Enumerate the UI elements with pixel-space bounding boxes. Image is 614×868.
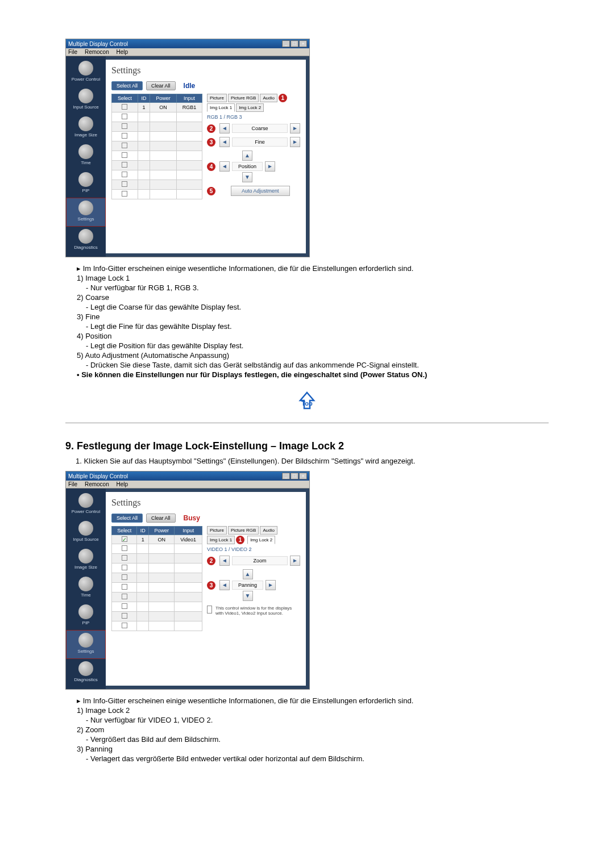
tab-img-lock-2[interactable]: Img Lock 2 <box>247 536 275 544</box>
table-row[interactable] <box>112 612 202 621</box>
sidebar-item-power-control[interactable]: Power Control <box>66 59 106 86</box>
sidebar-item-settings[interactable]: Settings <box>66 198 106 227</box>
callout-3: 3 <box>207 138 215 147</box>
checkbox[interactable] <box>122 143 127 148</box>
sidebar-item-image-size[interactable]: Image Size <box>66 114 106 142</box>
menu-remocon[interactable]: Remocon <box>85 49 109 55</box>
position-up[interactable]: ▲ <box>242 151 252 161</box>
table-row[interactable]: 1ONRGB1 <box>112 103 202 112</box>
tab-picture[interactable]: Picture <box>207 526 227 535</box>
table-row[interactable]: 1ONVideo1 <box>112 535 202 544</box>
checkbox[interactable] <box>122 594 127 599</box>
table-row[interactable] <box>112 602 202 612</box>
table-row[interactable] <box>112 190 202 199</box>
sidebar-item-time[interactable]: Time <box>66 142 106 170</box>
checkbox[interactable] <box>122 555 127 561</box>
sidebar-item-diagnostics[interactable]: Diagnostics <box>66 227 106 254</box>
fine-increase[interactable]: ► <box>290 137 300 147</box>
sidebar-item-image-size[interactable]: Image Size <box>66 546 106 574</box>
table-row[interactable] <box>112 141 202 151</box>
checkbox[interactable] <box>122 162 127 168</box>
tab-img-lock-1[interactable]: Img Lock 1 <box>207 103 235 112</box>
sidebar-item-input-source[interactable]: Input Source <box>66 86 106 114</box>
close-icon[interactable]: × <box>299 40 307 47</box>
checkbox[interactable] <box>122 133 127 139</box>
auto-adjustment-button[interactable]: Auto Adjustment <box>231 186 290 196</box>
select-all-button[interactable]: Select All <box>111 81 143 90</box>
checkbox[interactable] <box>122 613 127 619</box>
sidebar-item-power-control[interactable]: Power Control <box>66 491 106 519</box>
window-buttons: _ □ × <box>282 473 307 479</box>
sidebar-item-time[interactable]: Time <box>66 574 106 602</box>
checkbox[interactable] <box>122 574 127 580</box>
checkbox[interactable] <box>122 104 127 110</box>
zoom-decrease[interactable]: ◄ <box>219 556 230 566</box>
position-right[interactable]: ► <box>265 161 275 172</box>
checkbox[interactable] <box>122 603 127 609</box>
checkbox[interactable] <box>122 191 127 197</box>
checkbox[interactable] <box>122 152 127 158</box>
tab-audio[interactable]: Audio <box>260 526 277 535</box>
menu-file[interactable]: File <box>68 49 77 55</box>
top-link[interactable]: Top <box>65 390 549 415</box>
checkbox[interactable] <box>122 565 127 570</box>
close-icon[interactable]: × <box>299 473 307 479</box>
tab-audio[interactable]: Audio <box>260 94 277 102</box>
sidebar-item-pip[interactable]: PIP <box>66 170 106 198</box>
checkbox[interactable] <box>122 114 127 119</box>
table-row[interactable] <box>112 170 202 180</box>
checkbox[interactable] <box>122 123 127 129</box>
table-row[interactable] <box>112 122 202 132</box>
panning-right[interactable]: ► <box>265 580 276 590</box>
checkbox[interactable] <box>122 545 127 551</box>
table-row[interactable] <box>112 621 202 631</box>
zoom-increase[interactable]: ► <box>290 556 300 566</box>
table-row[interactable] <box>112 180 202 190</box>
maximize-icon[interactable]: □ <box>291 40 298 47</box>
table-row[interactable] <box>112 583 202 592</box>
sidebar-item-pip[interactable]: PIP <box>66 602 106 630</box>
checkbox[interactable] <box>122 172 127 177</box>
minimize-icon[interactable]: _ <box>282 473 290 479</box>
table-row[interactable] <box>112 564 202 573</box>
menu-help[interactable]: Help <box>117 481 128 487</box>
sidebar-item-diagnostics[interactable]: Diagnostics <box>66 659 106 687</box>
menu-help[interactable]: Help <box>117 49 128 55</box>
minimize-icon[interactable]: _ <box>282 40 290 47</box>
table-row[interactable] <box>112 112 202 122</box>
panning-left[interactable]: ◄ <box>219 580 230 590</box>
tab-picture[interactable]: Picture <box>207 94 227 102</box>
tab-img-lock-2[interactable]: Img Lock 2 <box>236 103 264 112</box>
callout-2: 2 <box>207 124 215 133</box>
tab-picture-rgb[interactable]: Picture RGB <box>228 94 259 102</box>
menu-remocon[interactable]: Remocon <box>85 481 109 487</box>
panning-up[interactable]: ▲ <box>243 569 253 579</box>
table-row[interactable] <box>112 161 202 170</box>
checkbox[interactable] <box>122 623 127 628</box>
checkbox[interactable] <box>122 181 127 187</box>
panning-down[interactable]: ▼ <box>243 591 253 601</box>
tab-img-lock-1[interactable]: Img Lock 1 <box>207 536 235 544</box>
table-row[interactable] <box>112 132 202 141</box>
table-row[interactable] <box>112 554 202 564</box>
sidebar-item-settings[interactable]: Settings <box>66 630 106 659</box>
table-row[interactable] <box>112 592 202 602</box>
maximize-icon[interactable]: □ <box>291 473 298 479</box>
table-row[interactable] <box>112 573 202 583</box>
coarse-increase[interactable]: ► <box>290 123 300 133</box>
sub-label: RGB 1 / RGB 3 <box>207 114 300 120</box>
table-row[interactable] <box>112 151 202 161</box>
position-down[interactable]: ▼ <box>242 172 252 182</box>
checkbox[interactable] <box>122 536 127 542</box>
clear-all-button[interactable]: Clear All <box>146 514 176 523</box>
coarse-decrease[interactable]: ◄ <box>219 123 230 133</box>
checkbox[interactable] <box>122 584 127 590</box>
menu-file[interactable]: File <box>68 481 77 487</box>
sidebar-item-input-source[interactable]: Input Source <box>66 519 106 546</box>
select-all-button[interactable]: Select All <box>111 514 143 523</box>
table-row[interactable] <box>112 544 202 554</box>
clear-all-button[interactable]: Clear All <box>146 81 176 90</box>
fine-decrease[interactable]: ◄ <box>219 137 230 147</box>
tab-picture-rgb[interactable]: Picture RGB <box>228 526 259 535</box>
position-left[interactable]: ◄ <box>219 161 230 172</box>
